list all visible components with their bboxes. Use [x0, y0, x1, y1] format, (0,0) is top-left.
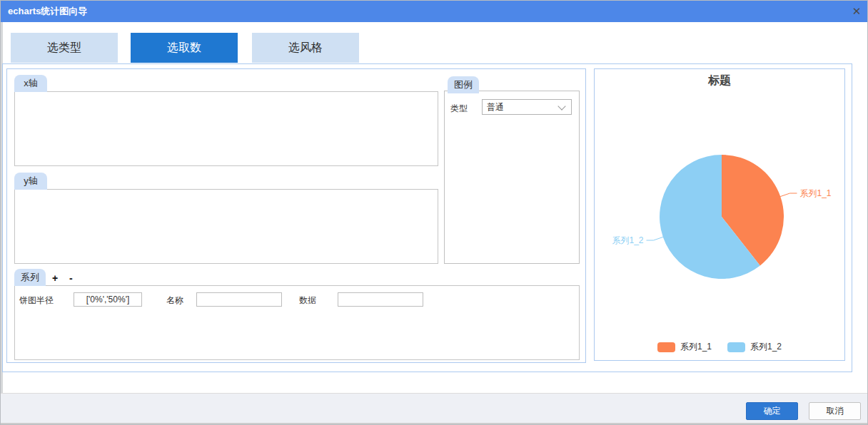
data-form-panel: x轴 y轴 类型 普通 图例 饼图半径 名称 数据 系列 + -: [6, 68, 586, 363]
series-data-input[interactable]: [338, 292, 423, 307]
chevron-down-icon: [557, 102, 565, 110]
legend-type-select[interactable]: 普通: [482, 99, 572, 115]
y-axis-listbox[interactable]: [14, 189, 438, 264]
legend-label: 系列1_1: [680, 341, 712, 353]
cancel-button[interactable]: 取消: [809, 402, 861, 420]
pie-label-1: 系列1_1: [800, 188, 832, 198]
ok-button[interactable]: 确定: [746, 402, 798, 420]
legend-item[interactable]: 系列1_2: [727, 341, 782, 353]
tab-select-type[interactable]: 选类型: [11, 33, 118, 63]
chart-preview-panel: 标题 系列1_1 系列1_2 系列1_1 系列1_2: [594, 68, 845, 361]
tab-select-style[interactable]: 选风格: [252, 33, 359, 63]
series-name-input[interactable]: [196, 292, 282, 307]
pie-leader-line-2: [647, 237, 663, 240]
pie-leader-line-1: [780, 193, 797, 197]
legend-options-group: 类型 普通: [444, 91, 580, 264]
x-axis-listbox[interactable]: [14, 91, 438, 166]
chart-legend: 系列1_1 系列1_2: [595, 341, 844, 353]
titlebar: echarts统计图向导 ✕: [1, 1, 868, 22]
legend-type-label: 类型: [450, 103, 468, 115]
series-name-label: 名称: [166, 295, 183, 307]
legend-swatch-icon: [727, 342, 745, 352]
pie-radius-label: 饼图半径: [19, 295, 54, 307]
footer-bar: 确定 取消: [1, 393, 868, 423]
legend-type-selected-value: 普通: [487, 100, 504, 114]
series-box: 饼图半径 名称 数据: [14, 285, 580, 360]
remove-series-button[interactable]: -: [69, 272, 73, 284]
series-data-label: 数据: [299, 295, 316, 307]
y-axis-group-label: y轴: [14, 173, 47, 190]
pie-radius-input[interactable]: [74, 292, 142, 307]
close-icon[interactable]: ✕: [849, 1, 864, 22]
tab-select-data[interactable]: 选取数: [131, 33, 238, 63]
echarts-wizard-dialog: echarts统计图向导 ✕ 选类型 选取数 选风格 x轴 y轴 类型 普通 图…: [0, 0, 868, 425]
window-title: echarts统计图向导: [8, 1, 87, 22]
legend-item[interactable]: 系列1_1: [657, 341, 712, 353]
pie-label-2: 系列1_2: [612, 235, 643, 245]
legend-swatch-icon: [657, 342, 675, 352]
chart-preview-canvas[interactable]: 系列1_1 系列1_2: [595, 69, 846, 362]
add-series-button[interactable]: +: [52, 272, 58, 284]
series-group-label: 系列: [14, 269, 46, 286]
legend-label: 系列1_2: [750, 341, 782, 353]
legend-group-label: 图例: [448, 76, 479, 93]
x-axis-group-label: x轴: [14, 75, 47, 92]
